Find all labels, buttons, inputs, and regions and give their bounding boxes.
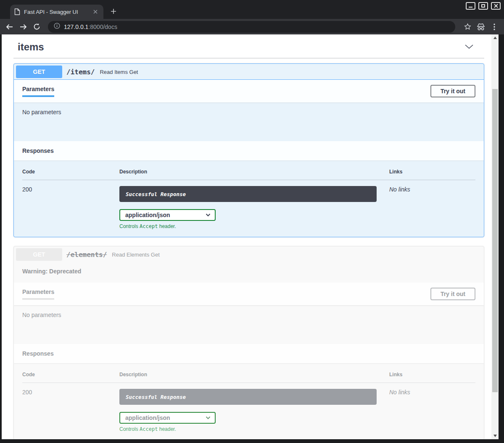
operation-description: Read Elements Get [112,252,159,258]
incognito-icon[interactable] [475,21,486,32]
responses-title: Responses [22,350,475,357]
url-host: 127.0.0.1 [64,24,88,30]
browser-window: Fast API - Swagger UI [0,0,504,443]
operation-path: /items/ [66,68,95,76]
opblock-get-items: GET /items/ Read Items Get Parameters Tr… [13,63,484,237]
browser-menu-icon[interactable] [489,21,500,32]
parameters-body: No parameters [14,102,484,141]
parameters-tab: Parameters [22,86,54,97]
close-button[interactable] [491,2,501,10]
tag-section-items[interactable]: items [13,38,484,58]
response-code: 200 [22,389,119,432]
deprecated-warning: Warning: Deprecated [14,262,484,283]
responses-table-header: Code Description Links [22,169,475,180]
tab-close-icon[interactable] [92,8,99,16]
responses-table-header: Code Description Links [22,372,475,383]
page-content: items GET /items/ Read Items Get Paramet… [2,34,499,439]
chevron-down-icon[interactable] [464,43,474,51]
response-code: 200 [22,186,119,229]
url-text: 127.0.0.1:8000/docs [64,23,117,31]
window-controls [466,2,501,10]
reload-icon[interactable] [31,21,42,32]
description-column-header: Description [119,169,389,175]
browser-tab[interactable]: Fast API - Swagger UI [10,5,103,19]
no-parameters-text: No parameters [22,109,475,115]
response-row: 200 Successful Response application/json… [22,180,475,229]
media-type-select[interactable]: application/json [119,209,216,221]
code-column-header: Code [22,169,119,175]
responses-body: Code Description Links 200 Successful Re… [14,363,484,439]
media-type-select[interactable]: application/json [119,412,216,424]
bookmark-star-icon[interactable] [462,21,473,32]
links-column-header: Links [389,372,475,377]
new-tab-button[interactable] [108,5,119,17]
response-description-cell: Successful Response application/json Con… [119,389,389,432]
response-description-block: Successful Response [119,389,377,405]
page-scrollbar[interactable] [491,34,499,439]
response-row: 200 Successful Response application/json… [22,383,475,432]
select-chevron-icon [206,213,211,217]
tag-title: items [18,41,44,53]
operation-path: /elements/ [66,251,107,259]
maximize-button[interactable] [478,2,488,10]
code-column-header: Code [22,372,119,377]
browser-toolbar: 127.0.0.1:8000/docs [0,19,504,34]
swagger-ui: items GET /items/ Read Items Get Paramet… [2,34,491,439]
scrollbar-thumb[interactable] [492,89,498,392]
minimize-button[interactable] [466,2,475,10]
document-icon [14,8,20,15]
response-links: No links [389,186,475,229]
description-column-header: Description [119,372,389,377]
tab-title: Fast API - Swagger UI [24,9,88,15]
responses-header: Responses [14,344,484,363]
links-column-header: Links [389,169,475,175]
back-icon[interactable] [4,21,15,32]
select-chevron-icon [206,416,211,419]
parameters-body: No parameters [14,305,484,344]
scrollbar-down-icon[interactable] [491,433,499,439]
scrollbar-up-icon[interactable] [491,34,499,41]
browser-titlebar: Fast API - Swagger UI [0,0,504,19]
http-method-badge: GET [16,248,62,261]
parameters-tab: Parameters [22,288,54,300]
accept-header-note: Controls Accept header. [119,426,389,432]
opblock-get-elements-deprecated: GET /elements/ Read Elements Get Warning… [13,246,484,439]
response-links: No links [389,389,475,432]
response-description-cell: Successful Response application/json Con… [119,186,389,229]
responses-title: Responses [22,147,475,154]
no-parameters-text: No parameters [22,312,475,318]
response-description-block: Successful Response [119,186,377,202]
parameters-header: Parameters Try it out [14,80,484,102]
responses-header: Responses [14,141,484,160]
operation-description: Read Items Get [100,69,138,75]
url-path: :8000/docs [88,24,117,30]
accept-header-note: Controls Accept header. [119,223,389,229]
try-it-out-button[interactable]: Try it out [430,85,475,97]
responses-body: Code Description Links 200 Successful Re… [14,160,484,237]
operation-summary[interactable]: GET /elements/ Read Elements Get [14,246,484,262]
parameters-header: Parameters Try it out [14,283,484,305]
url-bar[interactable]: 127.0.0.1:8000/docs [48,21,455,33]
forward-icon[interactable] [18,21,29,32]
http-method-badge: GET [16,66,62,78]
try-it-out-button[interactable]: Try it out [430,288,475,300]
site-info-icon[interactable] [54,23,60,31]
operation-summary[interactable]: GET /items/ Read Items Get [14,64,484,80]
